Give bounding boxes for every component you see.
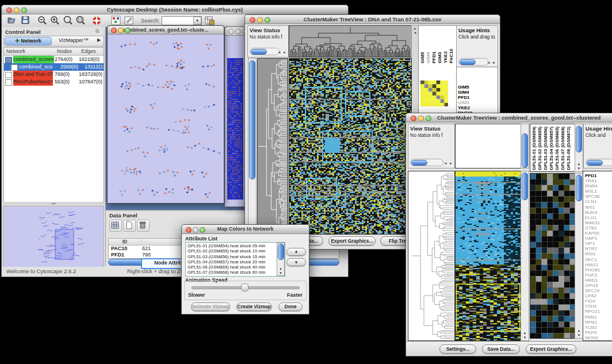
zoom-button[interactable] [200, 227, 205, 233]
import-table-icon[interactable] [204, 16, 215, 25]
minimize-button[interactable] [14, 7, 20, 13]
treeview1-title-bar[interactable]: ClusterMaker TreeView : DNA and Tran 07-… [245, 15, 500, 24]
tab-vizmapper[interactable]: VizMapper™ [53, 37, 94, 44]
close-button[interactable] [186, 227, 192, 233]
zoom-button[interactable] [265, 17, 270, 23]
network-tree-row[interactable]: combined_scores2764(0)16218(0) [4, 56, 104, 63]
network-tree-row[interactable]: DNA and Tran 07769(0)183728(0) [4, 71, 104, 78]
zoom-button[interactable] [125, 28, 131, 33]
tv1-hints-scrollbar[interactable] [458, 58, 488, 66]
minimize-button[interactable] [118, 28, 124, 33]
search-dropdown-arrow[interactable]: ▾ [193, 17, 201, 25]
attribute-list-label: Attribute List [185, 236, 217, 242]
tv2-settings-button[interactable]: Settings... [439, 344, 476, 354]
scroll-arrows[interactable]: ◄ ► [277, 51, 287, 54]
attribute-list[interactable]: GPL51-01 (GSM854) heat shock 05 minGPL51… [185, 242, 285, 277]
minimize-button[interactable] [235, 29, 241, 35]
dialog-title: Map Colors to Network [217, 226, 273, 232]
tv1-hints-text: Click and drag to [457, 33, 498, 40]
zoom-button[interactable] [21, 7, 27, 13]
move-up-button[interactable]: ∧ [286, 248, 306, 256]
attribute-list-item[interactable]: GPL51-02 (GSM855) heat shock 10 min [188, 248, 285, 254]
delete-attribute-button[interactable] [137, 220, 150, 232]
close-button[interactable] [111, 28, 117, 33]
tab-network[interactable]: ✚ Network [5, 37, 52, 45]
gene-label: SEC24 [585, 288, 612, 293]
speed-slider-thumb[interactable] [241, 283, 248, 292]
network-canvas[interactable] [108, 35, 223, 202]
close-button[interactable] [411, 116, 416, 121]
data-panel-title: Data Panel [109, 212, 137, 219]
save-session-icon[interactable] [21, 16, 30, 25]
tv1-correlation-matrix[interactable] [420, 81, 448, 106]
minimize-button[interactable] [418, 116, 424, 121]
tv2-zoom-scrollbar[interactable]: ▲ ▼ [575, 173, 583, 339]
attribute-list-item[interactable]: GPL51-01 (GSM854) heat shock 05 min [188, 243, 285, 248]
treeview2-title-bar[interactable]: ClusterMaker TreeView : combined_scores_… [406, 113, 612, 122]
gene-label: CLN1 [585, 199, 612, 204]
network-window-1-title-bar[interactable]: combined_scores_good.txt--cluste... [108, 26, 224, 35]
zoom-out-icon[interactable] [37, 16, 47, 25]
attribute-list-item[interactable]: GPL51-06 (GSM865) heat shock 40 min [188, 265, 285, 270]
tv2-zoom-heatmap[interactable] [530, 173, 576, 339]
create-vizmap-button[interactable]: Create Vizmap [236, 302, 272, 311]
attribute-list-scrollbar[interactable]: ▲ ▼ [277, 243, 285, 276]
tv1-row-dendrogram[interactable] [257, 58, 288, 235]
tv2-top-scrollbar[interactable] [521, 124, 529, 168]
tv2-global-scrollbar[interactable]: ▲ ▼ [521, 171, 529, 341]
attribute-list-item[interactable]: GPL51-03 (GSM856) heat shock 15 min [188, 254, 285, 259]
open-file-icon[interactable] [7, 16, 17, 25]
float-panel-icon[interactable]: ⧉ [95, 28, 99, 35]
close-button[interactable] [228, 29, 234, 35]
attribute-list-item[interactable]: GPL51-04 (GSM857) heat shock 20 min [188, 259, 285, 265]
close-button[interactable] [250, 17, 255, 23]
dialog-title-bar[interactable]: Map Colors to Network [182, 225, 309, 234]
tab-overflow-arrow[interactable]: ▶ [97, 37, 101, 43]
node-count: 2764(0) [55, 56, 79, 63]
network-overview-panel[interactable] [3, 206, 104, 268]
annotation-icon[interactable] [124, 16, 135, 25]
tv2-status-scrollbar[interactable] [410, 159, 443, 166]
network-table: Network Nodes Edges combined_scores2764(… [3, 47, 104, 202]
scroll-arrows[interactable]: ◄ ► [487, 61, 496, 64]
tv2-save-data-button[interactable]: Save Data... [482, 344, 520, 354]
tv1-export-graphics-button[interactable]: Export Graphics... [328, 236, 376, 246]
tv1-column-dendrogram[interactable] [289, 25, 412, 58]
gene-label: NIS1 [585, 205, 612, 210]
new-attribute-button[interactable] [123, 220, 136, 232]
panel-splitter[interactable] [3, 202, 103, 205]
attribute-list-item[interactable]: GPL51-07 (GSM868) heat shock 60 min [188, 270, 285, 275]
zoom-button[interactable] [426, 116, 431, 121]
gene-label: YKE2 [458, 105, 498, 110]
main-title-bar[interactable]: Cytoscape Desktop (Session Name: collins… [2, 5, 348, 14]
tv2-column-labels-scrollbar[interactable]: ▲ ▼ [575, 124, 583, 172]
move-down-button[interactable]: ∨ [286, 258, 306, 266]
gene-label: KAP95 [585, 231, 612, 236]
tv1-status-scrollbar[interactable] [250, 48, 280, 55]
minimize-button[interactable] [257, 17, 263, 23]
network-canvas-dense-grid[interactable] [225, 36, 244, 202]
zoom-fit-icon[interactable] [75, 16, 86, 25]
tv1-row-scrollbar[interactable] [248, 58, 257, 235]
network-tree-row[interactable]: RNAPuberNov2+563(0)107847(0) [4, 78, 104, 86]
node-count: 563(0) [55, 78, 79, 86]
animate-vizmap-button[interactable]: Animate Vizmap [191, 302, 230, 311]
tv2-column-tree-area[interactable] [455, 124, 522, 168]
gene-label: FIG4 [585, 298, 612, 304]
tv2-export-graphics-button[interactable]: Export Graphics... [526, 344, 576, 354]
zoom-in-icon[interactable] [50, 16, 60, 25]
tv2-global-heatmap[interactable] [455, 171, 522, 341]
zoom-selected-icon[interactable] [63, 16, 73, 25]
vizmapper-icon[interactable] [111, 16, 121, 25]
tv2-hints-scrollbar[interactable] [586, 159, 612, 166]
tv1-heatmap[interactable] [289, 58, 412, 235]
close-button[interactable] [6, 7, 12, 13]
minimize-button[interactable] [193, 227, 198, 233]
help-lifebuoy-icon[interactable] [91, 16, 102, 26]
scroll-arrows[interactable]: ◄ ► [443, 162, 453, 165]
select-attributes-button[interactable] [109, 220, 122, 232]
network-table-header[interactable]: Network Nodes Edges [4, 48, 104, 56]
tv2-row-dendrogram[interactable] [408, 171, 455, 341]
done-button[interactable]: Done [278, 302, 303, 311]
network-tree-row[interactable]: combined_sco2569(6)13112(15) [4, 63, 104, 71]
